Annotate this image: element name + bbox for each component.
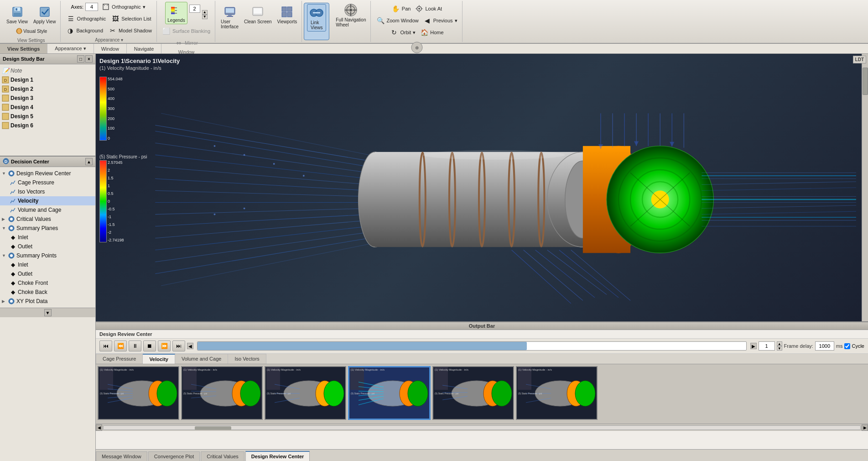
mirror-button[interactable]: ⇔ Mirror — [173, 38, 200, 48]
message-window-tab[interactable]: Message Window — [96, 451, 147, 461]
save-view-button[interactable]: Save View — [5, 4, 30, 25]
thumbnail-4[interactable]: (1) Velocity Magnitude - in/s (5) Static… — [348, 366, 431, 420]
step-forward-button[interactable]: ⏩ — [158, 341, 171, 351]
viewport-scrollbar-thumb-right[interactable] — [863, 68, 868, 95]
legends-down[interactable]: ▼ — [202, 15, 208, 19]
choke-front-item[interactable]: ◆ Choke Front — [0, 278, 95, 288]
ribbon-navigate[interactable]: Navigate — [127, 44, 161, 53]
previous-button[interactable]: ◀ Previous ▾ — [421, 16, 459, 26]
panel-close-button[interactable]: × — [85, 55, 93, 63]
home-button[interactable]: 🏠 Home — [418, 27, 445, 37]
pan-button[interactable]: ✋ Pan — [390, 4, 413, 14]
link-views-button[interactable]: LinkViews — [307, 4, 326, 31]
volume-cage-tab-label: Volume and Cage — [182, 356, 221, 361]
design4-item[interactable]: Design 4 — [0, 103, 95, 112]
visual-style-button[interactable]: Visual Style — [13, 26, 49, 36]
summary-planes-item[interactable]: ▼ Summary Planes — [0, 224, 95, 233]
viewport[interactable]: Design 1\Scenario 1\Velocity (1) Velocit… — [96, 54, 868, 321]
zoom-window-button[interactable]: 🔍 Zoom Window — [374, 16, 420, 26]
thumbnail-1[interactable]: (1) Velocity Magnitude - in/s (5) Static… — [98, 366, 179, 420]
design1-item[interactable]: D Design 1 — [0, 75, 95, 84]
scroll-left-button[interactable]: ◀ — [96, 424, 102, 431]
playback-progress[interactable] — [197, 341, 747, 351]
thumbnail-3[interactable]: (1) Velocity Magnitude - in/s (5) Static… — [265, 366, 346, 420]
svg-line-131 — [571, 250, 630, 301]
playback-separator[interactable]: ◀ — [187, 343, 193, 349]
clean-screen-button[interactable]: Clean Screen — [242, 4, 274, 25]
scroll-right-button[interactable]: ▶ — [862, 424, 868, 431]
svg-point-182 — [492, 381, 512, 406]
orbit-button[interactable]: ↻ Orbit ▾ — [388, 27, 417, 37]
skip-forward-button[interactable]: ⏭ — [172, 341, 185, 351]
summary-points-item[interactable]: ▼ Summary Points — [0, 251, 95, 260]
stop-button[interactable]: ⏹ — [143, 341, 156, 351]
convergence-plot-tab[interactable]: Convergence Plot — [148, 451, 200, 461]
viewports-button[interactable]: Viewports — [275, 4, 299, 25]
design-review-center-bottom-tab[interactable]: Design Review Center — [245, 451, 310, 461]
axes-input[interactable] — [85, 3, 98, 11]
frame-down-button[interactable]: ▼ — [777, 346, 782, 351]
viewport-scrollbar-right[interactable] — [862, 54, 868, 321]
velocity-tab-label: Velocity — [149, 356, 168, 362]
apply-icon — [37, 5, 52, 19]
apply-view-button[interactable]: Apply View — [31, 4, 57, 25]
legends-button[interactable]: Legends — [165, 2, 187, 24]
outlet-plane-item[interactable]: ◆ Outlet — [0, 242, 95, 251]
surface-blanking-button[interactable]: ⬜ Surface Blanking — [161, 26, 212, 36]
design3-item[interactable]: Design 3 — [0, 94, 95, 103]
note-item[interactable]: 📝 Note — [0, 66, 95, 75]
thumbnail-5[interactable]: (1) Velocity Magnitude - in/s (5) Static… — [432, 366, 514, 420]
look-at-button[interactable]: Look At — [413, 4, 444, 14]
ribbon-window[interactable]: Window — [94, 44, 127, 53]
frame-up-button[interactable]: ▲ — [777, 341, 782, 346]
choke-back-item[interactable]: ◆ Choke Back — [0, 288, 95, 297]
cage-pressure-tab[interactable]: Cage Pressure — [96, 354, 143, 364]
frame-delay-input[interactable] — [815, 341, 834, 351]
iso-vectors-tab[interactable]: Iso Vectors — [228, 354, 266, 364]
legend-pressure: (5) Static Pressure - psi 2.57045 2 1.5 … — [99, 154, 147, 242]
frame-number-input[interactable] — [759, 341, 775, 351]
ribbon-view-settings[interactable]: View Settings — [0, 44, 47, 53]
xy-plot-data-item[interactable]: ▶ XY Plot Data — [0, 297, 95, 306]
drc-toggle: ▼ — [2, 171, 6, 176]
velocity-item[interactable]: Velocity — [0, 196, 95, 205]
inlet-point-item[interactable]: ◆ Inlet — [0, 260, 95, 269]
z-clip-button[interactable]: ✂ Model Shadow — [107, 26, 154, 36]
background-button[interactable]: 🖼 Selection List — [109, 14, 153, 24]
volume-cage-tab[interactable]: Volume and Cage — [175, 354, 228, 364]
outlet-point-item[interactable]: ◆ Outlet — [0, 269, 95, 278]
legends-count-input[interactable] — [189, 5, 200, 13]
step-back-button[interactable]: ⏪ — [114, 341, 127, 351]
skip-back-button[interactable]: ⏮ — [99, 341, 112, 351]
thumbnail-6[interactable]: (1) Velocity Magnitude - in/s (5) Static… — [516, 366, 598, 420]
orthographic-button[interactable]: Orthographic ▾ — [100, 2, 147, 12]
design6-item[interactable]: Design 6 — [0, 121, 95, 130]
thumbnails-scrollbar-thumb[interactable] — [195, 426, 231, 430]
panel-float-button[interactable]: □ — [77, 55, 84, 63]
user-interface-button[interactable]: UserInterface — [219, 4, 240, 30]
decision-scroll-down[interactable]: ▼ — [44, 309, 52, 316]
pause-button[interactable]: ⏸ — [129, 341, 141, 351]
critical-values-bottom-tab[interactable]: Critical Values — [201, 451, 244, 461]
volume-and-cage-item[interactable]: Volume and Cage — [0, 205, 95, 215]
model-shadow-button[interactable]: ◑ Background — [64, 26, 105, 36]
playback-separator-right[interactable]: ▶ — [750, 343, 757, 349]
cage-pressure-item[interactable]: Cage Pressure — [0, 178, 95, 187]
design-review-center-item[interactable]: ▼ Design Review Center — [0, 169, 95, 178]
inlet-plane-item[interactable]: ◆ Inlet — [0, 233, 95, 242]
design2-item[interactable]: D Design 2 — [0, 84, 95, 94]
thumbnail-2[interactable]: (1) Velocity Magnitude - in/s (5) Static… — [181, 366, 263, 420]
full-nav-wheel-button[interactable]: Full NavigationWheel — [334, 2, 368, 28]
legends-up[interactable]: ▲ — [202, 10, 208, 15]
cycle-checkbox[interactable] — [844, 343, 850, 349]
design5-item[interactable]: Design 5 — [0, 112, 95, 121]
iso-vectors-item[interactable]: Iso Vectors — [0, 187, 95, 196]
critical-values-item[interactable]: ▶ Critical Values — [0, 215, 95, 224]
selection-list-button[interactable]: ☰ Orthographic — [65, 14, 108, 24]
ribbon-appearance[interactable]: Appearance ▾ — [47, 44, 94, 53]
output-bar-header[interactable]: Output Bar — [96, 322, 868, 330]
thumbnails-scrollbar-track[interactable] — [103, 425, 861, 430]
decision-scroll-up[interactable]: ▲ — [85, 158, 93, 165]
legend-vel-max: 554.048 — [108, 77, 123, 81]
velocity-tab[interactable]: Velocity — [143, 354, 175, 364]
